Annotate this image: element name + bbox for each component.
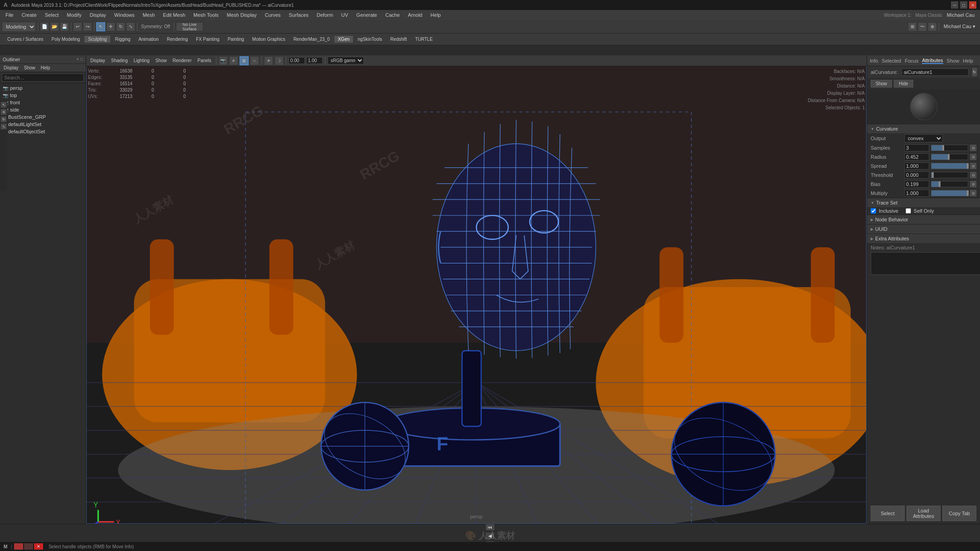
minimize-button[interactable]: ─ [951, 1, 958, 9]
tab-ngskintools[interactable]: ngSkinTools [354, 36, 386, 43]
menu-windows[interactable]: Windows [111, 11, 138, 19]
menu-display[interactable]: Display [86, 11, 110, 19]
vp-menu-display[interactable]: Display [88, 58, 108, 63]
bias-reset-btn[interactable]: ⊙ [970, 181, 976, 187]
open-btn[interactable]: 📂 [50, 22, 59, 31]
snap-grid-btn[interactable]: ⊞ [908, 22, 917, 31]
vp-menu-renderer[interactable]: Renderer [171, 58, 194, 63]
uuid-section-header[interactable]: UUID [867, 224, 980, 234]
extra-attributes-section-header[interactable]: Extra Attributes [867, 234, 980, 243]
save-btn[interactable]: 💾 [60, 22, 69, 31]
rotate-tool-btn[interactable]: ↻ [116, 22, 125, 31]
gamma-select[interactable]: sRGB gamma [328, 57, 364, 64]
tab-fx-painting[interactable]: FX Painting [192, 36, 223, 43]
outliner-menu-help[interactable]: Help [39, 65, 52, 71]
close-button[interactable]: ✕ [969, 1, 976, 9]
menu-edit-mesh[interactable]: Edit Mesh [159, 11, 189, 19]
samples-reset-btn[interactable]: ⊙ [970, 145, 976, 151]
menu-surfaces[interactable]: Surfaces [285, 11, 312, 19]
radius-slider[interactable] [931, 154, 968, 160]
move-mode-btn[interactable]: ✛ [0, 109, 7, 115]
redo-btn[interactable]: ↪ [83, 22, 92, 31]
vp-light1-btn[interactable]: ☀ [264, 56, 273, 65]
select-mode-btn[interactable]: ↖ [0, 102, 7, 108]
snap-curve-btn[interactable]: 〜 [918, 22, 927, 31]
status-close-btn[interactable]: ✕ [34, 543, 43, 550]
vp-cam-btn[interactable]: 📷 [219, 56, 228, 65]
tab-redshift[interactable]: Redshift [387, 36, 411, 43]
vp-menu-show[interactable]: Show [153, 58, 169, 63]
multiply-slider[interactable] [931, 190, 968, 196]
notes-textarea[interactable] [871, 252, 980, 275]
zoom-input[interactable] [306, 57, 323, 64]
menu-help[interactable]: Help [427, 11, 445, 19]
self-only-checkbox[interactable] [906, 208, 911, 214]
menu-file[interactable]: File [2, 11, 17, 19]
tab-poly-modeling[interactable]: Poly Modeling [48, 36, 83, 43]
samples-input[interactable] [904, 144, 929, 151]
menu-arnold[interactable]: Arnold [404, 11, 426, 19]
attr-tab-selected[interactable]: Selected [882, 58, 901, 63]
outliner-search-input[interactable] [2, 73, 84, 82]
tab-xgen[interactable]: XGen [334, 36, 353, 43]
vp-menu-shading[interactable]: Shading [109, 58, 130, 63]
node-behavior-section-header[interactable]: Node Behavior [867, 215, 980, 224]
threshold-input[interactable] [904, 171, 929, 179]
threshold-slider[interactable] [931, 172, 968, 178]
bias-input[interactable] [904, 180, 929, 188]
tab-rendering[interactable]: Rendering [163, 36, 191, 43]
tree-item-lightset[interactable]: ▷ defaultLightSet [1, 121, 85, 128]
menu-curves[interactable]: Curves [261, 11, 284, 19]
tab-motion-graphics[interactable]: Motion Graphics [249, 36, 289, 43]
radius-reset-btn[interactable]: ⊙ [970, 154, 976, 160]
spread-slider[interactable] [931, 163, 968, 169]
bias-slider[interactable] [931, 181, 968, 187]
vp-grid-btn[interactable]: # [229, 56, 238, 65]
node-name-input[interactable] [902, 68, 969, 76]
tab-curves-surfaces[interactable]: Curves / Surfaces [4, 36, 47, 43]
multiply-input[interactable] [904, 190, 929, 197]
tab-turtle[interactable]: TURTLE [412, 36, 436, 43]
tab-renderman[interactable]: RenderMan_23_0 [290, 36, 333, 43]
reload-btn[interactable]: ↻ [972, 68, 977, 76]
menu-mesh-display[interactable]: Mesh Display [223, 11, 260, 19]
spread-reset-btn[interactable]: ⊙ [970, 163, 976, 169]
spread-slider-thumb[interactable] [967, 163, 969, 169]
render-btn[interactable]: No Live Surface [176, 22, 203, 31]
menu-mesh[interactable]: Mesh [139, 11, 158, 19]
new-scene-btn[interactable]: 📄 [40, 22, 49, 31]
copy-tab-button[interactable]: Copy Tab [942, 506, 976, 521]
step-back-btn[interactable]: ◀ [486, 533, 494, 539]
spread-input[interactable] [904, 162, 929, 170]
status-btn1[interactable] [14, 543, 23, 550]
select-tool-btn[interactable]: ↖ [96, 22, 105, 31]
samples-slider-thumb[interactable] [942, 145, 944, 151]
menu-create[interactable]: Create [18, 11, 40, 19]
tree-item-side[interactable]: 📷 side [1, 106, 85, 113]
threshold-slider-thumb[interactable] [932, 172, 934, 178]
menu-uv[interactable]: UV [338, 11, 352, 19]
samples-slider[interactable] [931, 145, 968, 151]
menu-mesh-tools[interactable]: Mesh Tools [190, 11, 222, 19]
outliner-search[interactable] [0, 72, 86, 83]
tree-item-front[interactable]: 📷 front [1, 99, 85, 106]
undo-btn[interactable]: ↩ [73, 22, 82, 31]
attr-tab-info[interactable]: Info [870, 58, 878, 63]
radius-input[interactable] [904, 153, 929, 161]
tree-item-top[interactable]: 📷 top [1, 92, 85, 99]
scale-tool-btn[interactable]: ⤡ [126, 22, 135, 31]
skip-to-start-btn[interactable]: ⏮ [486, 524, 494, 530]
attr-tab-attributes[interactable]: Attributes [922, 58, 943, 64]
multiply-slider-thumb[interactable] [967, 190, 969, 196]
trace-set-section-header[interactable]: Trace Set [867, 198, 980, 207]
select-button[interactable]: Select [871, 506, 905, 521]
maximize-button[interactable]: □ [960, 1, 967, 9]
mode-selector[interactable]: Modeling [2, 22, 36, 32]
multiply-reset-btn[interactable]: ⊙ [970, 190, 976, 196]
menu-modify[interactable]: Modify [63, 11, 85, 19]
threshold-reset-btn[interactable]: ⊙ [970, 172, 976, 178]
status-btn2[interactable] [24, 543, 33, 550]
attr-tab-show[interactable]: Show [947, 58, 960, 63]
titlebar-controls[interactable]: ─ □ ✕ [951, 1, 976, 9]
vp-menu-lighting[interactable]: Lighting [132, 58, 152, 63]
